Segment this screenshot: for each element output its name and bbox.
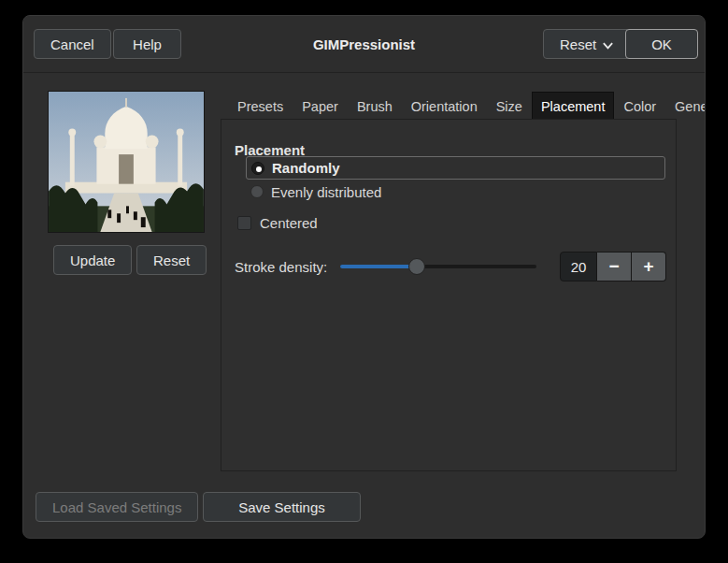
stroke-density-decrement-button[interactable]: − xyxy=(597,252,632,282)
radio-randomly-label: Randomly xyxy=(272,160,340,176)
load-saved-settings-button[interactable]: Load Saved Settings xyxy=(36,492,198,522)
centered-checkbox-row[interactable]: Centered xyxy=(237,215,318,231)
radio-evenly-label: Evenly distributed xyxy=(271,184,381,200)
help-button[interactable]: Help xyxy=(113,29,181,59)
centered-checkbox[interactable] xyxy=(237,216,251,230)
gimpressionist-dialog: Cancel Help GIMPressionist Reset OK xyxy=(22,15,706,539)
load-saved-settings-label: Load Saved Settings xyxy=(52,499,181,515)
tab-paper-label: Paper xyxy=(302,99,338,114)
tab-orientation-label: Orientation xyxy=(411,99,478,114)
stroke-density-slider[interactable] xyxy=(340,252,536,282)
tab-orientation[interactable]: Orientation xyxy=(402,92,487,120)
tab-size[interactable]: Size xyxy=(487,92,532,120)
save-settings-label: Save Settings xyxy=(238,499,325,515)
reset-dropdown-button[interactable]: Reset xyxy=(543,29,631,59)
cancel-button-label: Cancel xyxy=(50,36,94,52)
radio-option-randomly[interactable]: Randomly xyxy=(246,156,665,180)
header-bar: Cancel Help GIMPressionist Reset OK xyxy=(23,16,705,73)
radio-option-evenly-distributed[interactable]: Evenly distributed xyxy=(250,183,381,200)
tab-color-label: Color xyxy=(623,99,656,114)
tab-paper[interactable]: Paper xyxy=(293,92,348,120)
ok-button[interactable]: OK xyxy=(625,29,698,59)
tab-general[interactable]: General xyxy=(665,92,706,120)
tab-presets[interactable]: Presets xyxy=(228,92,293,120)
tab-presets-label: Presets xyxy=(237,99,283,114)
radio-evenly-indicator[interactable] xyxy=(250,185,264,198)
tab-brush[interactable]: Brush xyxy=(348,92,402,120)
update-preview-button[interactable]: Update xyxy=(53,245,132,275)
stroke-density-spinbox: 20 − + xyxy=(560,252,666,282)
tab-general-label: General xyxy=(675,99,706,114)
reset-preview-button-label: Reset xyxy=(153,253,190,268)
tab-size-label: Size xyxy=(496,99,522,114)
save-settings-button[interactable]: Save Settings xyxy=(203,492,361,522)
help-button-label: Help xyxy=(133,36,162,52)
slider-handle[interactable] xyxy=(408,258,425,275)
update-button-label: Update xyxy=(70,253,115,268)
slider-fill xyxy=(340,265,417,268)
stroke-density-increment-button[interactable]: + xyxy=(632,252,666,282)
reset-preview-button[interactable]: Reset xyxy=(136,245,207,275)
cancel-button[interactable]: Cancel xyxy=(34,29,111,59)
stroke-density-label: Stroke density: xyxy=(235,252,327,282)
stroke-density-value[interactable]: 20 xyxy=(560,252,597,282)
ok-button-label: OK xyxy=(651,36,672,52)
taj-mahal-preview-graphic xyxy=(49,92,204,232)
preview-image xyxy=(48,91,205,233)
tab-placement-label: Placement xyxy=(541,99,606,114)
tab-brush-label: Brush xyxy=(357,99,393,114)
tab-placement[interactable]: Placement xyxy=(532,92,615,120)
chevron-down-icon xyxy=(602,38,614,51)
centered-checkbox-label: Centered xyxy=(260,215,318,231)
notebook-tab-bar: Presets Paper Brush Orientation Size Pla… xyxy=(221,92,706,120)
tab-color[interactable]: Color xyxy=(614,92,665,120)
radio-randomly-indicator[interactable] xyxy=(251,162,264,175)
reset-dropdown-label: Reset xyxy=(560,36,596,52)
